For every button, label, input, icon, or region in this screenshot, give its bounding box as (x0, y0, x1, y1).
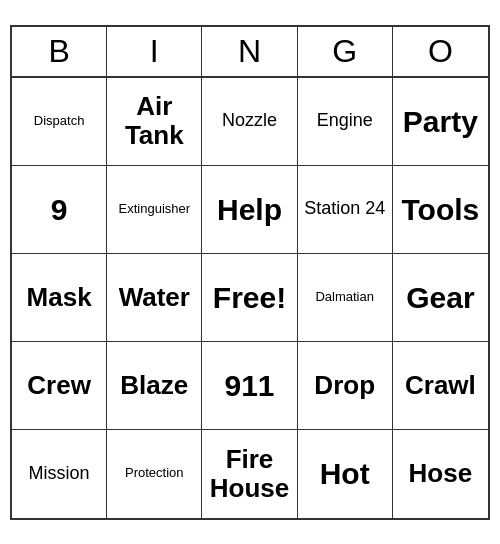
header-letter: N (202, 27, 297, 76)
bingo-cell: Tools (393, 166, 488, 254)
cell-text: Crew (27, 371, 91, 400)
header-letter: I (107, 27, 202, 76)
cell-text: Blaze (120, 371, 188, 400)
bingo-cell: Extinguisher (107, 166, 202, 254)
cell-text: Hose (409, 459, 473, 488)
bingo-cell: Water (107, 254, 202, 342)
bingo-cell: Protection (107, 430, 202, 518)
bingo-cell: Air Tank (107, 78, 202, 166)
bingo-cell: Blaze (107, 342, 202, 430)
bingo-cell: Hot (298, 430, 393, 518)
bingo-cell: Crew (12, 342, 107, 430)
cell-text: Mission (29, 464, 90, 484)
cell-text: Drop (314, 371, 375, 400)
cell-text: Free! (213, 281, 286, 314)
bingo-header: BINGO (12, 27, 488, 78)
cell-text: 9 (51, 193, 68, 226)
bingo-cell: Mission (12, 430, 107, 518)
bingo-cell: 9 (12, 166, 107, 254)
bingo-cell: Mask (12, 254, 107, 342)
cell-text: Party (403, 105, 478, 138)
header-letter: G (298, 27, 393, 76)
bingo-cell: Hose (393, 430, 488, 518)
header-letter: O (393, 27, 488, 76)
cell-text: 911 (224, 369, 274, 402)
cell-text: Station 24 (304, 199, 385, 219)
bingo-cell: Party (393, 78, 488, 166)
cell-text: Crawl (405, 371, 476, 400)
header-letter: B (12, 27, 107, 76)
cell-text: Fire House (206, 445, 292, 502)
cell-text: Help (217, 193, 282, 226)
cell-text: Extinguisher (119, 202, 191, 216)
cell-text: Air Tank (111, 92, 197, 149)
bingo-card: BINGO DispatchAir TankNozzleEngineParty9… (10, 25, 490, 520)
bingo-cell: Dalmatian (298, 254, 393, 342)
bingo-cell: Station 24 (298, 166, 393, 254)
bingo-cell: Dispatch (12, 78, 107, 166)
bingo-cell: Crawl (393, 342, 488, 430)
bingo-cell: Drop (298, 342, 393, 430)
cell-text: Dispatch (34, 114, 85, 128)
bingo-cell: Gear (393, 254, 488, 342)
cell-text: Dalmatian (315, 290, 374, 304)
bingo-cell: Nozzle (202, 78, 297, 166)
bingo-cell: Help (202, 166, 297, 254)
cell-text: Nozzle (222, 111, 277, 131)
cell-text: Protection (125, 466, 184, 480)
cell-text: Water (119, 283, 190, 312)
bingo-cell: 911 (202, 342, 297, 430)
bingo-cell: Engine (298, 78, 393, 166)
cell-text: Tools (402, 193, 480, 226)
cell-text: Hot (320, 457, 370, 490)
cell-text: Engine (317, 111, 373, 131)
bingo-cell: Fire House (202, 430, 297, 518)
bingo-cell: Free! (202, 254, 297, 342)
cell-text: Mask (27, 283, 92, 312)
cell-text: Gear (406, 281, 474, 314)
bingo-grid: DispatchAir TankNozzleEngineParty9Exting… (12, 78, 488, 518)
